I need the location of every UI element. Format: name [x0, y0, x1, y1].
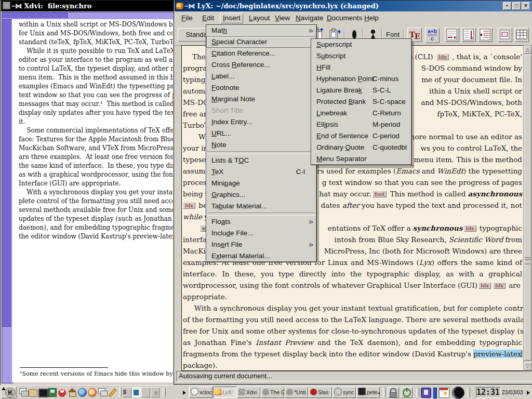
lock-screen-button[interactable] [388, 387, 399, 398]
menu-item-tabular-material[interactable]: Tabular Material... [206, 201, 316, 212]
menu-item-cross-reference[interactable]: Cross Reference... [206, 59, 316, 71]
menu-item-protected-blank[interactable]: Protected BlankS-C-space [311, 96, 411, 108]
menu-item-lists-toc[interactable]: Lists & TOC [206, 155, 316, 166]
maximize-button[interactable]: □ [512, 2, 521, 10]
scrollbar-thumb[interactable] [524, 55, 531, 361]
menu-file[interactable]: File [179, 13, 195, 23]
file-manager-icon[interactable] [98, 387, 107, 397]
menu-layout[interactable]: Layout [246, 13, 273, 23]
k-menu-button[interactable]: K [1, 387, 17, 398]
menu-item-end-of-sentence[interactable]: End of SentenceC-period [311, 130, 411, 142]
menu-item-note[interactable]: Note [206, 139, 316, 151]
menu-item-insert-file[interactable]: Insert File⊳ [206, 239, 316, 250]
menu-item-math[interactable]: Math⊳ [206, 25, 316, 36]
insert-marginnote-icon[interactable] [461, 28, 476, 42]
logout-power-button[interactable] [401, 387, 413, 398]
menu-item-label: Floats [211, 218, 231, 225]
window-list-icon[interactable] [19, 387, 28, 397]
menu-item-index-entry[interactable]: Index Entry... [206, 116, 316, 128]
menu-edit[interactable]: Edit [200, 13, 217, 23]
pager-desktop-1[interactable] [123, 387, 131, 397]
taskbar-overflow-left-icon[interactable] [183, 391, 186, 395]
menu-item-url[interactable]: URL... [206, 128, 316, 139]
insert-depth-icon[interactable] [478, 28, 493, 42]
task-the-g[interactable]: The G [261, 387, 284, 398]
panel-handle[interactable] [163, 388, 166, 397]
xdvi-horizontal-scrollbar[interactable] [2, 12, 174, 20]
menu-item-superscript[interactable]: Superscript [311, 39, 411, 50]
insert-figure-icon[interactable] [498, 28, 512, 42]
pager-desktop-4[interactable] [151, 387, 159, 397]
vertical-scrollbar[interactable]: △ ▽ [523, 45, 532, 371]
menu-navigate[interactable]: Navigate [293, 13, 326, 23]
menu-help[interactable]: Help [362, 13, 381, 23]
taskbar-overflow-right-icon[interactable] [527, 391, 530, 395]
index-inset-button[interactable]: Idx [464, 225, 476, 232]
minimize-button[interactable]: ▪ [503, 2, 511, 10]
xdvi-vscroll-thumb[interactable] [2, 20, 11, 327]
menu-item-floats[interactable]: Floats⊳ [206, 216, 316, 228]
menu-item-ordinary-quote[interactable]: Ordinary QuoteC-quotedbl [311, 142, 411, 153]
menu-item-tex[interactable]: TeXC-l [206, 166, 316, 178]
task-lyx[interactable]: LyX: [213, 387, 236, 398]
menu-item-minipage[interactable]: Minipage [206, 178, 316, 189]
menu-item-label[interactable]: Label... [206, 71, 316, 82]
show-desktop-icon[interactable] [29, 387, 38, 397]
insert-table-icon[interactable] [514, 28, 529, 42]
task-slashdot[interactable]: Slas [309, 387, 332, 398]
xdvi-vertical-scrollbar[interactable] [2, 19, 13, 383]
terminal-icon[interactable] [38, 387, 48, 397]
math-mode-button[interactable]: a+bc [425, 28, 440, 43]
panel-handle[interactable] [119, 388, 122, 397]
menu-item-special-character[interactable]: Special Character [206, 36, 316, 48]
index-inset-button[interactable]: Idx [493, 282, 506, 289]
panel-handle[interactable] [416, 388, 419, 397]
moon-phase-applet[interactable] [452, 387, 464, 399]
help-icon[interactable] [58, 387, 68, 397]
menu-item-subscript[interactable]: Subscript [311, 50, 411, 62]
menu-item-hfill[interactable]: HFill [311, 62, 411, 73]
scroll-up-icon[interactable]: △ [524, 46, 531, 54]
xdvi-titlebar[interactable]: −⋈ Xdvi: file:synchro [1, 1, 174, 11]
menu-item-graphics[interactable]: Graphics... [206, 189, 316, 201]
menu-item-hyphenation-point[interactable]: Hyphenation PointC-minus [311, 73, 411, 85]
task-pete[interactable]: pete◀ [356, 387, 380, 398]
menu-item-citation-reference[interactable]: Citation Reference... [206, 48, 316, 59]
panel-handle[interactable] [383, 388, 386, 397]
web-browser-globe-icon[interactable] [78, 387, 87, 397]
menu-item-marginal-note[interactable]: Marginal Note [206, 94, 316, 105]
menu-item-ellipsis[interactable]: EllipsisM-period [311, 119, 411, 130]
footnote-inset-button[interactable]: foot [373, 191, 387, 197]
menu-view[interactable]: View [272, 13, 292, 23]
menu-item-linebreak[interactable]: LinebreakC-Return [311, 108, 411, 119]
menu-insert[interactable]: Insert [220, 13, 243, 23]
konsole-icon[interactable] [48, 387, 58, 397]
menu-item-menu-separator[interactable]: Menu Separator [311, 153, 411, 165]
menu-documents[interactable]: Documents [324, 13, 365, 23]
editor-pen-icon[interactable] [108, 387, 117, 397]
insert-footnote-icon[interactable] [445, 28, 459, 42]
digital-clock[interactable]: 12:31 [476, 387, 500, 398]
task-xclock[interactable]: xclock [189, 387, 212, 398]
close-button[interactable]: × [522, 2, 530, 10]
index-inset-button[interactable]: Idx [436, 54, 449, 60]
menu-item-external-material[interactable]: External Material... [206, 250, 316, 262]
task-synchro[interactable]: sync [332, 387, 356, 398]
menu-item-ligature-break[interactable]: Ligature BreakS-C-L [311, 85, 411, 96]
panel-handle[interactable] [467, 388, 470, 397]
task-untitled[interactable]: *Unti [285, 387, 308, 398]
scroll-down-icon[interactable]: ▽ [524, 362, 531, 370]
task-xdvi[interactable]: Xdvi [237, 387, 260, 398]
menu-item-footnote[interactable]: Footnote [206, 82, 316, 94]
index-inset-button[interactable]: Idx [183, 202, 195, 209]
kmail-icon[interactable] [88, 387, 97, 397]
menu-item-include-file[interactable]: Include File... [206, 228, 316, 239]
pager-desktop-3[interactable] [141, 387, 150, 397]
klipper-tray-icon[interactable] [421, 388, 431, 398]
index-inset-button[interactable]: Idx [478, 282, 491, 289]
lyx-titlebar[interactable]: −⋈ LyX: ~/doc/beginlatex/src/synchro.lyx… [175, 1, 532, 11]
pager-desktop-2-active[interactable] [132, 387, 141, 397]
home-icon[interactable] [68, 387, 77, 397]
organizer-tray-icon[interactable] [439, 388, 449, 398]
xdvi-hscroll-thumb[interactable] [2, 12, 68, 18]
